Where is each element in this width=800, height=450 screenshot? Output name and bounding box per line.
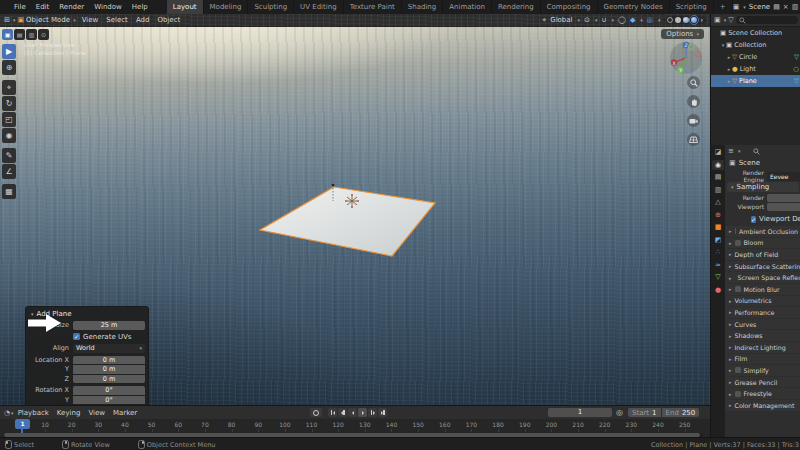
play-button[interactable] xyxy=(358,408,367,417)
move-tool[interactable]: ⌖ xyxy=(2,80,16,95)
section-checkbox[interactable] xyxy=(735,228,736,234)
section-shadows[interactable]: ▸Shadows xyxy=(725,330,800,341)
options-dropdown[interactable]: Options ▾ xyxy=(661,29,704,39)
outliner-item-light[interactable]: ▸●Light○ xyxy=(711,63,800,75)
outliner-item-circle[interactable]: ▸▽Circle▽ xyxy=(711,51,800,63)
add-cube-tool[interactable]: ▦ xyxy=(2,184,16,199)
measure-tool[interactable]: ∠ xyxy=(2,164,16,179)
tab-physics[interactable]: ≈ xyxy=(712,260,724,270)
timeline-menu-view[interactable]: View xyxy=(84,409,109,417)
section-checkbox[interactable] xyxy=(735,367,741,373)
select-box-tool[interactable]: ▶ xyxy=(2,44,16,59)
outliner-item-collection[interactable]: ▾▣Collection xyxy=(711,39,800,51)
section-curves[interactable]: ▸Curves xyxy=(725,319,800,330)
checkbox-icon[interactable]: ✓ xyxy=(73,333,80,340)
generate-uvs-option[interactable]: ✓Generate UVs xyxy=(73,333,145,341)
viewport-samples-field[interactable] xyxy=(767,203,800,211)
outliner-search-input[interactable] xyxy=(736,16,798,24)
section-checkbox[interactable] xyxy=(735,391,741,397)
value-field[interactable]: 25 m xyxy=(73,321,145,330)
cursor-tool[interactable]: ⊕ xyxy=(2,60,16,75)
keying-set-icon[interactable]: ◎ xyxy=(616,408,623,417)
tab-object-data[interactable]: ▽ xyxy=(712,272,724,282)
tab-scene[interactable]: △ xyxy=(712,197,724,207)
search-icon[interactable] xyxy=(753,148,760,155)
menu-window[interactable]: Window xyxy=(89,3,127,11)
scene-selector[interactable]: Scene xyxy=(749,3,770,11)
tab-material[interactable]: ● xyxy=(712,285,724,295)
start-frame-field[interactable]: Start1 xyxy=(628,408,661,417)
value-field[interactable]: 0 m xyxy=(73,365,145,374)
render-engine-dropdown[interactable]: Eevee xyxy=(767,172,800,181)
playhead-badge[interactable]: 1 xyxy=(15,419,30,429)
section-depth-of-field[interactable]: ▸Depth of Field xyxy=(725,249,800,260)
render-samples-field[interactable] xyxy=(767,194,800,202)
delete-scene-icon[interactable]: × xyxy=(783,3,789,11)
align-dropdown[interactable]: World▾ xyxy=(73,344,145,353)
next-keyframe-button[interactable] xyxy=(368,408,377,417)
tab-output[interactable]: ▤ xyxy=(712,172,724,182)
tab-world[interactable]: ⊕ xyxy=(712,210,724,220)
select-mode-new-icon[interactable]: ▣ xyxy=(2,29,13,40)
workspace-tab-shading[interactable]: Shading xyxy=(402,0,443,14)
workspace-tab-geometry-nodes[interactable]: Geometry Nodes xyxy=(598,0,670,14)
light-object[interactable] xyxy=(332,184,335,187)
filter-icon[interactable]: ▽ xyxy=(728,16,733,24)
workspace-tab-modeling[interactable]: Modeling xyxy=(204,0,249,14)
jump-to-end-button[interactable] xyxy=(378,408,387,417)
transform-tool[interactable]: ◉ xyxy=(2,128,16,143)
tab-particles[interactable]: ∴ xyxy=(712,247,724,257)
tab-modifiers[interactable]: ◩ xyxy=(712,235,724,245)
editor-type-icon[interactable]: ≡ xyxy=(728,147,734,155)
section-ambient-occlusion[interactable]: ▸Ambient Occlusion xyxy=(725,226,800,237)
tab-object[interactable]: ■ xyxy=(712,222,724,232)
play-reverse-button[interactable] xyxy=(348,408,357,417)
section-freestyle[interactable]: ▸Freestyle xyxy=(725,388,800,399)
select-mode-subtract-icon[interactable]: ▥ xyxy=(26,29,37,40)
rotate-tool[interactable]: ↻ xyxy=(2,96,16,111)
tab-render[interactable]: ◉ xyxy=(712,160,724,170)
outliner-item-scene-collection[interactable]: ▣Scene Collection xyxy=(711,27,800,39)
workspace-tab-compositing[interactable]: Compositing xyxy=(541,0,598,14)
workspace-tab-uv-editing[interactable]: UV Editing xyxy=(294,0,344,14)
section-subsurface-scattering[interactable]: ▸Subsurface Scattering xyxy=(725,261,800,272)
section-motion-blur[interactable]: ▸Motion Blur xyxy=(725,284,800,295)
menu-edit[interactable]: Edit xyxy=(31,3,55,11)
tab-view-layer[interactable]: ▥ xyxy=(712,185,724,195)
workspace-tab-layout[interactable]: Layout xyxy=(167,0,204,14)
select-mode-extend-icon[interactable]: ▤ xyxy=(14,29,25,40)
workspace-tab-add[interactable]: + xyxy=(714,0,733,14)
sampling-panel-header[interactable]: ▾ Sampling xyxy=(727,182,799,192)
timeline-menu-playback[interactable]: Playback xyxy=(14,409,53,417)
timeline-ruler[interactable]: 1020304050607080901001101201301401501601… xyxy=(0,419,710,432)
workspace-tab-animation[interactable]: Animation xyxy=(443,0,492,14)
end-frame-field[interactable]: End250 xyxy=(662,408,700,417)
menu-render[interactable]: Render xyxy=(54,3,89,11)
section-simplify[interactable]: ▸Simplify xyxy=(725,365,800,376)
workspace-tab-rendering[interactable]: Rendering xyxy=(492,0,541,14)
previous-keyframe-button[interactable] xyxy=(338,408,347,417)
workspace-tab-texture-paint[interactable]: Texture Paint xyxy=(344,0,402,14)
section-color-management[interactable]: ▸Color Management xyxy=(725,400,800,411)
perspective-grid-icon[interactable] xyxy=(687,133,700,146)
menu-file[interactable]: File xyxy=(9,3,31,11)
timeline-menu-keying[interactable]: Keying xyxy=(53,409,85,417)
section-checkbox[interactable] xyxy=(735,240,741,246)
navigation-gizmo[interactable]: Z X Y xyxy=(668,40,704,76)
breadcrumb-label[interactable]: Scene xyxy=(739,159,760,167)
outliner-item-plane[interactable]: ▸▽Plane▽ xyxy=(711,75,800,87)
value-field[interactable]: 0° xyxy=(73,396,145,405)
timeline-menu-marker[interactable]: Marker xyxy=(109,409,141,417)
section-grease-pencil[interactable]: ▸Grease Pencil xyxy=(725,377,800,388)
scale-tool[interactable]: ◰ xyxy=(2,112,16,127)
new-scene-icon[interactable]: ▤ xyxy=(773,3,780,11)
section-performance[interactable]: ▸Performance xyxy=(725,307,800,318)
3d-viewport[interactable]: ⊞▾ ▣ Object Mode▾ ViewSelectAddObject ⌖ … xyxy=(0,14,710,405)
section-bloom[interactable]: ▸Bloom xyxy=(725,238,800,249)
annotate-tool[interactable]: ✎ xyxy=(2,148,16,163)
current-frame-field[interactable]: 1 xyxy=(548,408,612,417)
value-field[interactable]: 0 m xyxy=(73,356,145,365)
workspace-tab-sculpting[interactable]: Sculpting xyxy=(248,0,294,14)
auto-keying-button[interactable] xyxy=(310,408,322,417)
workspace-tab-scripting[interactable]: Scripting xyxy=(670,0,714,14)
